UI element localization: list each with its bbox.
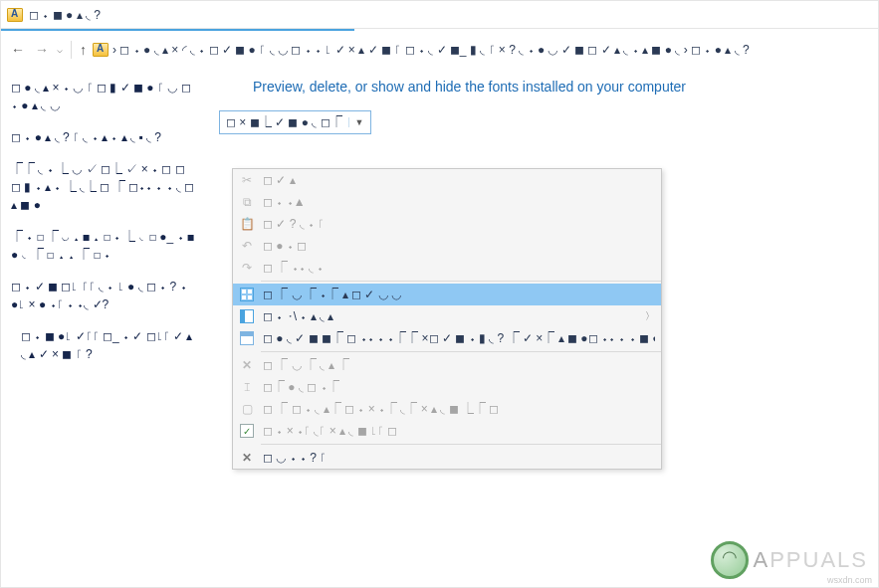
menu-item-label: ◻ ⬩ ⬞\ ⬩ ▴ ◟ ▴ bbox=[263, 309, 637, 323]
menu-item: 𝙸◻⎾ ● ◟ ◻ ⬩⎾ bbox=[233, 376, 661, 398]
ribbon-tab-indicator bbox=[1, 29, 878, 33]
undo-icon: ↶ bbox=[239, 238, 255, 254]
sidebar-link[interactable]: ◻ ● ◟ ▴ × ⬩ ◡ ⎾ ◻ ▮ ✓ ◼ ● ⎾ ◡ ◻ ⬩ ● ▴ ◟ … bbox=[11, 79, 195, 114]
watermark: APPUALS bbox=[711, 541, 868, 579]
properties-icon: ✓ bbox=[239, 423, 255, 439]
menu-item[interactable]: ◻ ⎾ ◡ ⎾ ⬩⎾ ▴ ◻ ✓ ◡ ◡ bbox=[233, 284, 661, 305]
menu-item-label: ◻ ⎾ ◡ ⎾ ◟ ▴ ⎾ bbox=[263, 358, 655, 372]
menu-item-label: ◻ ✓ ? ◟ ⬩ ⎾ bbox=[263, 217, 655, 231]
menu-item-label: ◻ ● ◟ ✓ ◼ ◼⎾ ◻ ⬩⬩ ⬩ ⬩⎾⎾ ×◻ ✓ ◼ ⬩ ▮ ◟ ? ⎾… bbox=[263, 331, 655, 345]
appuals-logo-icon bbox=[711, 541, 749, 579]
rename-icon: 𝙸 bbox=[239, 379, 255, 395]
menu-item-label: ◻ ⎾ ◻ ⬩ ◟ ▴⎾ ◻ ⬩ × ⬩⎾ ◟⎾ × ▴ ◟ ◼ ⎿⎾ ◻ bbox=[263, 402, 655, 416]
context-menu: ✂◻ ✓ ▴⧉◻ ⬩ ⬩▲📋◻ ✓ ? ◟ ⬩ ⎾↶◻ ● ⬩ ◻↷◻ ⎾ ⬩⬩… bbox=[232, 168, 662, 470]
layout-icon bbox=[239, 308, 255, 324]
menu-item-label: ◻ ◡ ⬩ ⬩ ? ⎾ bbox=[263, 451, 655, 465]
menu-item: ✕◻ ⎾ ◡ ⎾ ◟ ▴ ⎾ bbox=[233, 354, 661, 376]
menu-item: ✓◻ ⬩ × ⬩⎾ ◟⎾ × ▴ ◟ ◼ ⎿⎾ ◻ bbox=[233, 420, 661, 442]
details-icon bbox=[239, 330, 255, 346]
menu-item-label: ◻ ⬩ × ⬩⎾ ◟⎾ × ▴ ◟ ◼ ⎿⎾ ◻ bbox=[263, 424, 655, 438]
menu-item: 📋◻ ✓ ? ◟ ⬩ ⎾ bbox=[233, 213, 661, 235]
sidebar: ◻ ● ◟ ▴ × ⬩ ◡ ⎾ ◻ ▮ ✓ ◼ ● ⎾ ◡ ◻ ⬩ ● ▴ ◟ … bbox=[1, 67, 205, 587]
copy-icon: ⧉ bbox=[239, 194, 255, 210]
remove-prop-icon: ▢ bbox=[239, 401, 255, 417]
menu-divider bbox=[261, 444, 661, 445]
chevron-right-icon: 〉 bbox=[645, 309, 655, 323]
fonts-folder-icon bbox=[93, 43, 109, 57]
menu-item-label: ◻ ● ⬩ ◻ bbox=[263, 239, 655, 253]
redo-icon: ↷ bbox=[239, 260, 255, 276]
sidebar-link[interactable]: ◻ ⬩ ✓ ◼ ◻⎿ ⎾⎾ ◟ ⬩ ⎿ ● ◟ ◻ ⬩ ? ⬩ ●⎿ × ● ⬩… bbox=[11, 278, 195, 313]
page-heading: Preview, delete, or show and hide the fo… bbox=[253, 79, 868, 95]
sidebar-link[interactable]: ⎾ ⬩ ◻ ⎾ ◡ ▴ ◼ ▴ ◻ ⬩ ⎿ ◟ ◻ ●_ ⬩ ◼ ● ◟ ⎾ ◻… bbox=[11, 228, 195, 264]
menu-item-label: ◻ ⬩ ⬩▲ bbox=[263, 195, 655, 209]
breadcrumb-text: › ◻ ⬩ ● ◟ ▴ × ◜ ◟ ⬩ ◻ ✓ ◼ ● ⎾ ◟ ◡ ◻ ⬩ ⬩ … bbox=[112, 43, 750, 57]
sidebar-link[interactable]: ◻ ⬩ ◼ ●⎿ ✓⎾⎾ ◻_ ⬩ ✓ ◻⎿⎾ ✓ ▴ ◟ ▴ ✓ × ◼ ⎾ … bbox=[11, 327, 195, 363]
delete-icon: ✕ bbox=[239, 357, 255, 373]
organize-button[interactable]: ◻ × ◼⎿ ✓ ◼ ● ◟ ◻⎾ ▼ bbox=[219, 110, 371, 134]
sidebar-link[interactable]: ⎾⎾ ◟ ⬩ ⎿ ◡ ✓ ◻⎿ ✓ × ⬩ ◻ ◻ ◻ ▮ ⬩ ▴ ⬩ ⎿ ◟⎿… bbox=[11, 160, 195, 214]
menu-item: ⧉◻ ⬩ ⬩▲ bbox=[233, 191, 661, 213]
forward-button: → bbox=[33, 41, 51, 59]
menu-item-label: ◻ ⎾ ⬩⬩ ◟ ⬩ bbox=[263, 261, 655, 275]
back-button[interactable]: ← bbox=[9, 41, 27, 59]
watermark-text: APPUALS bbox=[753, 547, 868, 573]
cut-icon: ✂ bbox=[239, 172, 255, 188]
nav-history-dropdown[interactable]: ⌵ bbox=[57, 44, 63, 55]
breadcrumb[interactable]: › ◻ ⬩ ● ◟ ▴ × ◜ ◟ ⬩ ◻ ✓ ◼ ● ⎾ ◟ ◡ ◻ ⬩ ⬩ … bbox=[93, 43, 750, 57]
menu-item: ↶◻ ● ⬩ ◻ bbox=[233, 235, 661, 257]
paste-icon: 📋 bbox=[239, 216, 255, 232]
menu-divider bbox=[261, 351, 661, 352]
credit-text: wsxdn.com bbox=[827, 575, 872, 585]
close-icon: ✕ bbox=[239, 450, 255, 466]
menu-item: ▢◻ ⎾ ◻ ⬩ ◟ ▴⎾ ◻ ⬩ × ⬩⎾ ◟⎾ × ▴ ◟ ◼ ⎿⎾ ◻ bbox=[233, 398, 661, 420]
menu-item-label: ◻⎾ ● ◟ ◻ ⬩⎾ bbox=[263, 380, 655, 394]
select-all-icon bbox=[239, 287, 255, 302]
menu-item: ✂◻ ✓ ▴ bbox=[233, 169, 661, 191]
menu-item[interactable]: ◻ ● ◟ ✓ ◼ ◼⎾ ◻ ⬩⬩ ⬩ ⬩⎾⎾ ×◻ ✓ ◼ ⬩ ▮ ◟ ? ⎾… bbox=[233, 327, 661, 349]
menu-item-label: ◻ ⎾ ◡ ⎾ ⬩⎾ ▴ ◻ ✓ ◡ ◡ bbox=[263, 288, 655, 301]
menu-item-label: ◻ ✓ ▴ bbox=[263, 173, 655, 187]
address-bar: ← → ⌵ ↑ › ◻ ⬩ ● ◟ ▴ × ◜ ◟ ⬩ ◻ ✓ ◼ ● ⎾ ◟ … bbox=[1, 33, 878, 67]
menu-divider bbox=[261, 281, 661, 282]
menu-item[interactable]: ✕◻ ◡ ⬩ ⬩ ? ⎾ bbox=[233, 447, 661, 469]
up-button[interactable]: ↑ bbox=[80, 42, 87, 58]
menu-item: ↷◻ ⎾ ⬩⬩ ◟ ⬩ bbox=[233, 257, 661, 279]
sidebar-link[interactable]: ◻ ⬩ ● ▴ ◟ ? ⎾ ◟ ⬩ ▴ ⬩ ▴ ◟ ▪ ◟ ? bbox=[11, 128, 195, 146]
separator bbox=[71, 41, 72, 59]
menu-item[interactable]: ◻ ⬩ ⬞\ ⬩ ▴ ◟ ▴〉 bbox=[233, 305, 661, 327]
organize-button-label: ◻ × ◼⎿ ✓ ◼ ● ◟ ◻⎾ bbox=[226, 115, 342, 129]
chevron-down-icon: ▼ bbox=[348, 117, 364, 127]
